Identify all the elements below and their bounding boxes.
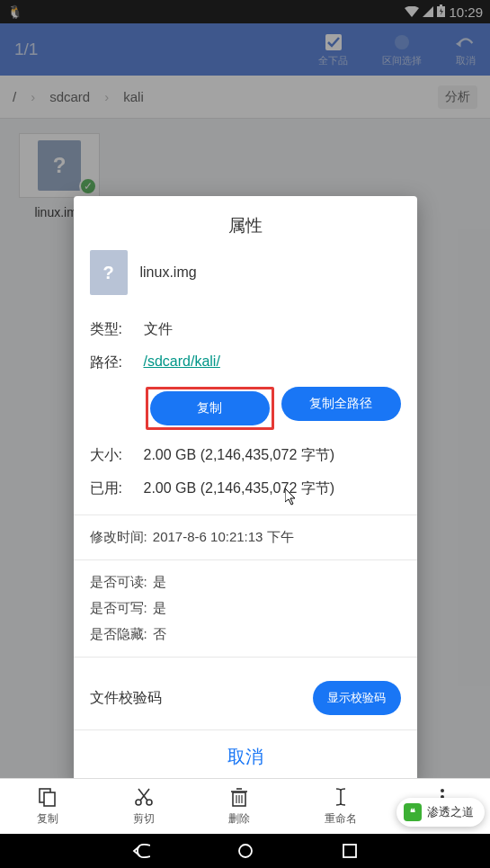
delete-action[interactable]: 删除 xyxy=(228,786,250,827)
ibeam-icon xyxy=(330,786,352,808)
mtime-label: 修改时间: xyxy=(90,529,147,544)
trash-icon xyxy=(228,786,250,808)
size-value: 2.00 GB (2,146,435,072 字节) xyxy=(144,446,401,465)
rename-action[interactable]: 重命名 xyxy=(325,786,357,827)
copy-fullpath-button[interactable]: 复制全路径 xyxy=(281,387,401,421)
path-label: 路径: xyxy=(90,353,144,372)
recents-button[interactable] xyxy=(338,839,361,863)
back-button[interactable] xyxy=(129,839,153,863)
svg-point-20 xyxy=(239,845,252,857)
readable-value: 是 xyxy=(153,574,166,589)
path-value[interactable]: /sdcard/kali/ xyxy=(144,353,401,372)
svg-line-9 xyxy=(138,789,147,801)
home-button[interactable] xyxy=(234,839,257,863)
hidden-label: 是否隐藏: xyxy=(90,626,147,641)
watermark: ❝ 渗透之道 xyxy=(396,798,485,827)
dialog-title: 属性 xyxy=(74,196,417,250)
copy-button[interactable]: 复制 xyxy=(150,391,270,425)
readable-label: 是否可读: xyxy=(90,574,147,589)
svg-point-17 xyxy=(441,789,444,792)
modal-overlay: 属性 ? linux.img 类型: 文件 路径: /sdcard/kali/ … xyxy=(0,0,490,868)
cancel-button[interactable]: 取消 xyxy=(227,747,263,766)
type-label: 类型: xyxy=(90,320,144,339)
svg-line-8 xyxy=(140,789,149,801)
cut-action[interactable]: 剪切 xyxy=(133,786,155,827)
hidden-value: 否 xyxy=(153,626,166,641)
used-label: 已用: xyxy=(90,479,144,498)
unknown-file-icon: ? xyxy=(90,250,128,295)
mtime-value: 2017-8-6 10:21:13 下午 xyxy=(153,529,294,544)
scissors-icon xyxy=(133,786,155,808)
used-value: 2.00 GB (2,146,435,072 字节) xyxy=(144,479,401,498)
type-value: 文件 xyxy=(144,320,401,339)
copy-action[interactable]: 复制 xyxy=(37,786,58,827)
dialog-filename: linux.img xyxy=(140,264,197,281)
svg-rect-21 xyxy=(343,845,356,857)
checksum-label: 文件校验码 xyxy=(90,689,313,708)
properties-dialog: 属性 ? linux.img 类型: 文件 路径: /sdcard/kali/ … xyxy=(74,196,417,783)
copy-icon xyxy=(37,786,58,808)
svg-rect-5 xyxy=(44,792,55,806)
wechat-icon: ❝ xyxy=(404,803,422,821)
size-label: 大小: xyxy=(90,446,144,465)
show-checksum-button[interactable]: 显示校验码 xyxy=(313,681,401,715)
nav-bar xyxy=(0,834,490,868)
writable-label: 是否可写: xyxy=(90,600,147,615)
writable-value: 是 xyxy=(153,600,166,615)
watermark-text: 渗透之道 xyxy=(427,804,474,820)
